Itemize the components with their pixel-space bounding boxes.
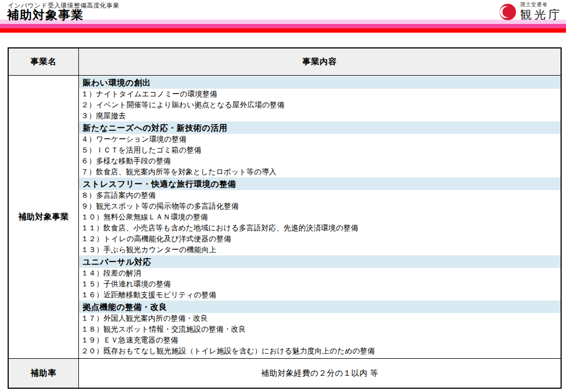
list-item: ６）多様な移動手段の整備 [79,156,561,167]
subsidy-rate-value: 補助対象経費の２分の１以内 等 [79,358,561,388]
list-item: ３）廃屋撤去 [79,111,561,121]
title-bar-magenta-stripe [0,24,566,28]
row-label-subsidy-rate: 補助率 [9,358,79,388]
page-title: 補助対象事業 [7,7,84,23]
list-item: １７）外国人観光案内所の整備・改良 [79,313,561,324]
list-item: ８）多言語案内の整備 [79,190,561,201]
list-item: ２）イベント開催等により賑わい拠点となる屋外広場の整備 [79,100,561,111]
project-details-cell: 賑わい環境の創出 １）ナイトタイムエコノミーの環境整備 ２）イベント開催等により… [79,75,561,358]
column-header-project-name: 事業名 [9,48,79,75]
title-bar-red-stripe [0,28,566,33]
subsidy-table: 事業名 事業内容 補助対象事業 賑わい環境の創出 １）ナイトタイムエコノミーの環… [8,47,562,389]
list-item: １５）子供連れ環境の整備 [79,279,561,290]
list-item: １８）観光スポット情報・交流施設の整備・改良 [79,324,561,335]
agency-logo-text: 国土交通省 観光庁 [520,2,563,21]
row-label-subsidized-projects: 補助対象事業 [9,75,79,358]
list-item: １６）近距離移動支援モビリティの整備 [79,290,561,301]
list-item: １３）手ぶら観光カウンターの機能向上 [79,244,561,255]
list-item: ２０）既存おもてなし観光施設（トイレ施設を含む）における魅力度向上のための整備 [79,346,561,357]
list-item: １２）トイレの高機能化及び洋式便器の整備 [79,234,561,244]
list-item: ９）観光スポット等の掲示物等の多言語化整備 [79,201,561,212]
document-page: インバウンド受入環境整備高度化事業 補助対象事業 国土交通省 観光庁 事業名 事… [0,0,566,392]
section-header-stress-free: ストレスフリー・快適な旅行環境の整備 [79,177,561,190]
section-header-universal: ユニバーサル対応 [79,255,561,268]
list-item: ５）ＩＣＴを活用したゴミ箱の整備 [79,145,561,156]
column-header-project-details: 事業内容 [79,48,561,75]
list-item: １）ナイトタイムエコノミーの環境整備 [79,89,561,100]
list-item: ４）ワーケーション環境の整備 [79,134,561,145]
section-header-base-facilities: 拠点機能の整備・改良 [79,301,561,313]
list-item: １４）段差の解消 [79,268,561,279]
list-item: １１）飲食店、小売店等も含めた地域における多言語対応、先進的決済環境の整備 [79,223,561,234]
agency-logo: 国土交通省 観光庁 [499,2,563,21]
ministry-name: 国土交通省 [520,2,563,8]
list-item: １０）無料公衆無線ＬＡＮ環境の整備 [79,212,561,223]
section-header-new-needs: 新たなニーズへの対応・新技術の活用 [79,121,561,134]
jta-logo-icon [499,3,517,21]
list-item: １９）ＥＶ急速充電器の整備 [79,335,561,346]
section-header-nigiwai: 賑わい環境の創出 [79,76,561,89]
agency-name: 観光庁 [520,8,563,21]
title-bar-pink-stripe [0,20,566,24]
list-item: ７）飲食店、観光案内所等を対象としたロボット等の導入 [79,167,561,177]
